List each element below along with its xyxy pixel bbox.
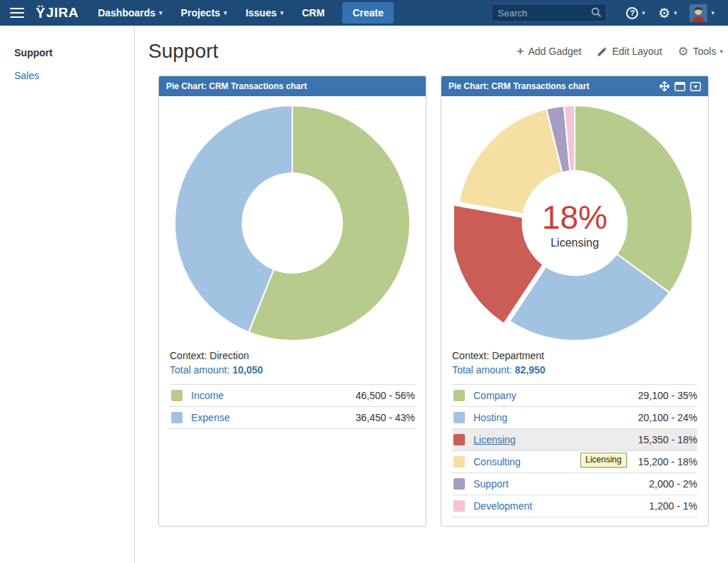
chart-context: Context: Direction bbox=[170, 350, 415, 361]
legend-swatch bbox=[453, 412, 465, 423]
chart-total: Total amount: 82,950 bbox=[452, 364, 697, 376]
plus-icon: + bbox=[517, 44, 524, 58]
legend-row[interactable]: Development 1,200 - 1% bbox=[452, 495, 697, 517]
legend-row[interactable]: Company 29,100 - 35% bbox=[452, 385, 697, 407]
legend-row[interactable]: Expense 36,450 - 43% bbox=[170, 407, 415, 429]
legend-value: 15,200 - 18% bbox=[638, 456, 697, 468]
legend-value: 15,350 - 18% bbox=[638, 434, 697, 445]
legend-swatch bbox=[171, 412, 183, 423]
chart-legend: Company 29,100 - 35% Hosting 20,100 - 24… bbox=[452, 384, 697, 517]
sidebar-item-support[interactable]: Support bbox=[14, 47, 134, 58]
legend-link-development[interactable]: Development bbox=[473, 500, 533, 512]
chevron-down-icon: ▾ bbox=[159, 9, 163, 16]
top-navbar: Ÿ JIRA Dashboards ▾ Projects ▾ Issues ▾ … bbox=[0, 0, 728, 26]
chevron-down-icon: ▾ bbox=[719, 48, 723, 55]
nav-item-issues[interactable]: Issues ▾ bbox=[245, 7, 283, 19]
gadget-header[interactable]: Pie Chart: CRM Transactions chart bbox=[159, 76, 426, 96]
legend-value: 20,100 - 24% bbox=[638, 412, 697, 423]
chevron-down-icon: ▾ bbox=[280, 9, 284, 16]
sidebar-item-sales[interactable]: Sales bbox=[14, 70, 134, 81]
legend-link-support[interactable]: Support bbox=[473, 478, 508, 490]
legend-swatch bbox=[453, 456, 465, 468]
legend-swatch bbox=[453, 478, 465, 490]
chart-context: Context: Department bbox=[452, 350, 697, 361]
legend-row-hovered[interactable]: Licensing 15,350 - 18% bbox=[452, 429, 697, 451]
center-percent-label: 18% bbox=[542, 199, 607, 236]
legend-row[interactable]: Income 46,500 - 56% bbox=[170, 385, 415, 407]
legend-link-hosting[interactable]: Hosting bbox=[473, 412, 507, 423]
chevron-down-icon: ▾ bbox=[711, 9, 714, 16]
gear-icon: ⚙ bbox=[678, 44, 689, 59]
legend-link-licensing[interactable]: Licensing bbox=[473, 434, 516, 445]
user-profile-menu[interactable]: ▾ bbox=[689, 4, 714, 22]
chart-total: Total amount: 10,050 bbox=[170, 364, 415, 376]
legend-value: 1,200 - 1% bbox=[649, 500, 697, 512]
gadget-pie-chart-department: Pie Chart: CRM Transactions chart bbox=[441, 76, 709, 527]
donut-hole bbox=[242, 172, 343, 274]
legend-link-expense[interactable]: Expense bbox=[191, 412, 230, 423]
jira-logo[interactable]: Ÿ JIRA bbox=[36, 5, 78, 21]
legend-value: 36,450 - 43% bbox=[356, 412, 415, 423]
legend-row[interactable]: Consulting 15,200 - 18% bbox=[452, 451, 697, 473]
gadget-menu-icon[interactable] bbox=[690, 82, 701, 91]
legend-swatch bbox=[171, 390, 183, 401]
jira-logo-text: JIRA bbox=[46, 5, 78, 21]
dashboard-sidebar: Support Sales bbox=[0, 26, 135, 563]
donut-chart-department[interactable]: 18%Licensing bbox=[452, 96, 697, 344]
legend-value: 46,500 - 56% bbox=[356, 390, 415, 401]
help-menu[interactable]: ? ▾ bbox=[626, 7, 645, 19]
hamburger-menu-icon[interactable] bbox=[10, 5, 24, 21]
tools-menu-button[interactable]: ⚙ Tools ▾ bbox=[678, 44, 723, 59]
chart-legend: Income 46,500 - 56% Expense 36,450 - 43% bbox=[170, 384, 415, 429]
chevron-down-icon: ▾ bbox=[642, 9, 645, 16]
gadget-header[interactable]: Pie Chart: CRM Transactions chart bbox=[441, 76, 708, 96]
search-icon[interactable] bbox=[591, 7, 602, 18]
add-gadget-button[interactable]: + Add Gadget bbox=[517, 44, 582, 58]
gadget-pie-chart-direction: Pie Chart: CRM Transactions chart Contex… bbox=[158, 76, 426, 527]
maximize-icon[interactable] bbox=[675, 82, 685, 91]
search-input[interactable] bbox=[491, 4, 607, 22]
legend-value: 2,000 - 2% bbox=[649, 478, 697, 490]
legend-link-income[interactable]: Income bbox=[191, 390, 224, 401]
admin-settings-menu[interactable]: ⚙ ▾ bbox=[658, 6, 677, 20]
nav-item-dashboards[interactable]: Dashboards ▾ bbox=[98, 7, 162, 19]
legend-link-company[interactable]: Company bbox=[473, 390, 516, 401]
gear-icon: ⚙ bbox=[658, 6, 670, 20]
legend-row[interactable]: Hosting 20,100 - 24% bbox=[452, 407, 697, 429]
center-name-label: Licensing bbox=[550, 237, 599, 249]
page-title: Support bbox=[148, 40, 218, 63]
avatar bbox=[689, 4, 707, 22]
legend-swatch bbox=[453, 434, 465, 445]
donut-chart-direction[interactable] bbox=[170, 96, 415, 344]
create-button[interactable]: Create bbox=[342, 2, 394, 24]
legend-link-consulting[interactable]: Consulting bbox=[473, 456, 521, 468]
chevron-down-icon: ▾ bbox=[674, 9, 677, 16]
legend-swatch bbox=[453, 390, 465, 401]
pencil-icon bbox=[597, 46, 607, 57]
legend-row[interactable]: Support 2,000 - 2% bbox=[452, 473, 697, 495]
chevron-down-icon: ▾ bbox=[224, 9, 227, 16]
legend-value: 29,100 - 35% bbox=[638, 390, 697, 401]
nav-item-projects[interactable]: Projects ▾ bbox=[181, 7, 227, 19]
jira-logo-icon: Ÿ bbox=[36, 5, 46, 21]
move-icon[interactable] bbox=[660, 81, 670, 91]
legend-swatch bbox=[453, 500, 465, 512]
nav-item-crm[interactable]: CRM bbox=[302, 7, 325, 19]
edit-layout-button[interactable]: Edit Layout bbox=[597, 46, 662, 57]
help-icon: ? bbox=[626, 7, 638, 19]
licensing-tooltip: Licensing bbox=[580, 453, 627, 468]
